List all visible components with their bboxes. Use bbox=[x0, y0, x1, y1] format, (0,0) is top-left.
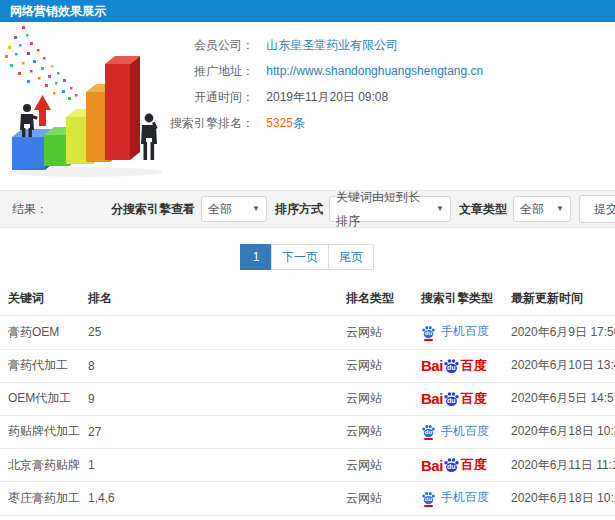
header-engine-type: 搜索引擎类型 bbox=[413, 282, 503, 316]
engine-view-select[interactable]: 全部 ▼ bbox=[201, 196, 267, 222]
rank-cell[interactable]: 8 bbox=[80, 349, 338, 382]
keyword-cell: 医疗器械厂家 bbox=[0, 515, 80, 520]
keyword-cell: 膏药代加工 bbox=[0, 349, 80, 382]
baidu-paw-icon: du bbox=[421, 491, 436, 505]
baidu-paw-icon: du bbox=[443, 358, 460, 374]
header-keyword: 关键词 bbox=[0, 282, 80, 316]
results-table: 关键词 排名 排名类型 搜索引擎类型 最新更新时间 膏药OEM 25 云网站 d… bbox=[0, 282, 615, 520]
baidu-paw-du-text: du bbox=[425, 496, 432, 502]
table-row: 北京膏药贴牌 1 云网站 Bai du 百度 2020年6月11日 11:18 bbox=[0, 449, 615, 482]
mobile-baidu-label: 手机百度 bbox=[441, 323, 489, 340]
result-label: 结果： bbox=[12, 201, 48, 218]
info-row-open-time: 开通时间： 2019年11月20日 09:08 bbox=[162, 84, 615, 110]
engine-view-label: 分搜索引擎查看 bbox=[111, 201, 195, 218]
rank-cell[interactable]: 4 bbox=[80, 515, 338, 520]
baidu-logo-cn-text: 百度 bbox=[461, 456, 487, 474]
baidu-paw-du-text: du bbox=[447, 396, 456, 403]
ranking-count-number: 5325 bbox=[266, 116, 293, 130]
header-rank: 排名 bbox=[80, 282, 338, 316]
ranking-count-suffix: 条 bbox=[293, 116, 305, 130]
rank-cell[interactable]: 1,4,6 bbox=[80, 482, 338, 516]
sort-label: 排序方式 bbox=[275, 201, 323, 218]
rank-cell[interactable]: 27 bbox=[80, 415, 338, 449]
rank-cell[interactable]: 9 bbox=[80, 382, 338, 415]
businessman-right bbox=[141, 114, 158, 160]
search-engine-logo-slot: Bai du 百度 bbox=[421, 393, 487, 407]
filter-bar: 结果： 分搜索引擎查看 全部 ▼ 排序方式 关键词由短到长排序 ▼ 文章类型 全… bbox=[0, 190, 615, 228]
updated-cell: 2020年6月9日 17:50 bbox=[503, 316, 615, 350]
table-row: 药贴牌代加工 27 云网站 du 手机百度 2020年6月18日 10:25 bbox=[0, 415, 615, 449]
table-row: 膏药代加工 8 云网站 Bai du 百度 2020年6月10日 13:40 bbox=[0, 349, 615, 382]
engine-cell: du 手机百度 bbox=[413, 316, 503, 350]
rank-type-cell: 云网站 bbox=[338, 449, 413, 482]
confetti-decoration bbox=[5, 26, 78, 100]
engine-cell: Bai du 百度 bbox=[413, 515, 503, 520]
paw-underline-decoration bbox=[424, 339, 433, 341]
mobile-baidu-logo: du 手机百度 bbox=[421, 323, 489, 340]
rank-type-cell: 云网站 bbox=[338, 382, 413, 415]
company-name-link[interactable]: 山东皇圣堂药业有限公司 bbox=[266, 38, 398, 52]
article-type-selected-value: 全部 bbox=[520, 197, 544, 221]
submit-button[interactable]: 提交 bbox=[579, 195, 615, 223]
open-time-value: 2019年11月20日 09:08 bbox=[266, 90, 388, 104]
page-button-1[interactable]: 1 bbox=[240, 244, 272, 270]
keyword-cell: OEM代加工 bbox=[0, 382, 80, 415]
search-engine-logo-slot: Bai du 百度 bbox=[421, 360, 487, 374]
mobile-baidu-label: 手机百度 bbox=[441, 423, 489, 440]
baidu-paw-du-text: du bbox=[447, 463, 456, 470]
table-row: OEM代加工 9 云网站 Bai du 百度 2020年6月5日 14:57 bbox=[0, 382, 615, 415]
table-row: 膏药OEM 25 云网站 du 手机百度 2020年6月9日 17:50 bbox=[0, 316, 615, 350]
paw-underline-decoration bbox=[424, 505, 433, 507]
ranking-count-value: 5325条 bbox=[266, 116, 305, 130]
header-updated: 最新更新时间 bbox=[503, 282, 615, 316]
rank-cell[interactable]: 1 bbox=[80, 449, 338, 482]
search-engine-logo-slot: du 手机百度 bbox=[421, 427, 489, 441]
baidu-logo: Bai du 百度 bbox=[421, 357, 487, 375]
promotion-url-link[interactable]: http://www.shandonghuangshengtang.cn bbox=[266, 64, 483, 78]
updated-cell: 2020年6月18日 10:25 bbox=[503, 415, 615, 449]
updated-cell: 2020年5月29日 10:32 bbox=[503, 515, 615, 520]
updated-cell: 2020年6月5日 14:57 bbox=[503, 382, 615, 415]
sort-select[interactable]: 关键词由短到长排序 ▼ bbox=[329, 196, 451, 222]
rank-type-cell: 云网站 bbox=[338, 482, 413, 516]
next-page-button[interactable]: 下一页 bbox=[271, 244, 329, 270]
baidu-logo-bai-text: Bai bbox=[421, 357, 443, 374]
engine-cell: du 手机百度 bbox=[413, 415, 503, 449]
article-type-label: 文章类型 bbox=[459, 201, 507, 218]
mobile-baidu-logo: du 手机百度 bbox=[421, 489, 489, 506]
updated-cell: 2020年6月18日 10:19 bbox=[503, 482, 615, 516]
baidu-paw-du-text: du bbox=[425, 330, 432, 336]
baidu-logo-cn-text: 百度 bbox=[461, 390, 487, 408]
baidu-paw-icon: du bbox=[443, 391, 460, 407]
keyword-cell: 膏药OEM bbox=[0, 316, 80, 350]
baidu-paw-du-text: du bbox=[447, 363, 456, 370]
bar-red bbox=[105, 56, 140, 160]
rank-type-cell: 云网站 bbox=[338, 515, 413, 520]
engine-cell: Bai du 百度 bbox=[413, 382, 503, 415]
page-title: 网络营销效果展示 bbox=[10, 4, 106, 18]
rank-cell[interactable]: 25 bbox=[80, 316, 338, 350]
summary-section: 会员公司： 山东皇圣堂药业有限公司 推广地址： http://www.shand… bbox=[0, 22, 615, 190]
info-row-ranking-count: 搜索引擎排名： 5325条 bbox=[162, 110, 615, 136]
search-engine-logo-slot: du 手机百度 bbox=[421, 328, 489, 342]
engine-cell: du 手机百度 bbox=[413, 482, 503, 516]
keyword-cell: 北京膏药贴牌 bbox=[0, 449, 80, 482]
rank-type-cell: 云网站 bbox=[338, 415, 413, 449]
engine-cell: Bai du 百度 bbox=[413, 349, 503, 382]
chevron-down-icon: ▼ bbox=[436, 197, 444, 221]
last-page-button[interactable]: 尾页 bbox=[328, 244, 374, 270]
pagination: 1下一页尾页 bbox=[0, 228, 615, 282]
rank-type-cell: 云网站 bbox=[338, 316, 413, 350]
engine-cell: Bai du 百度 bbox=[413, 449, 503, 482]
paw-underline-decoration bbox=[424, 438, 433, 440]
updated-cell: 2020年6月11日 11:18 bbox=[503, 449, 615, 482]
search-engine-logo-slot: du 手机百度 bbox=[421, 494, 489, 508]
chevron-down-icon: ▼ bbox=[252, 197, 260, 221]
info-row-url: 推广地址： http://www.shandonghuangshengtang.… bbox=[162, 58, 615, 84]
search-engine-logo-slot: Bai du 百度 bbox=[421, 460, 487, 474]
baidu-logo: Bai du 百度 bbox=[421, 456, 487, 474]
article-type-select[interactable]: 全部 ▼ bbox=[513, 196, 571, 222]
rank-type-cell: 云网站 bbox=[338, 349, 413, 382]
updated-cell: 2020年6月10日 13:40 bbox=[503, 349, 615, 382]
table-header-row: 关键词 排名 排名类型 搜索引擎类型 最新更新时间 bbox=[0, 282, 615, 316]
